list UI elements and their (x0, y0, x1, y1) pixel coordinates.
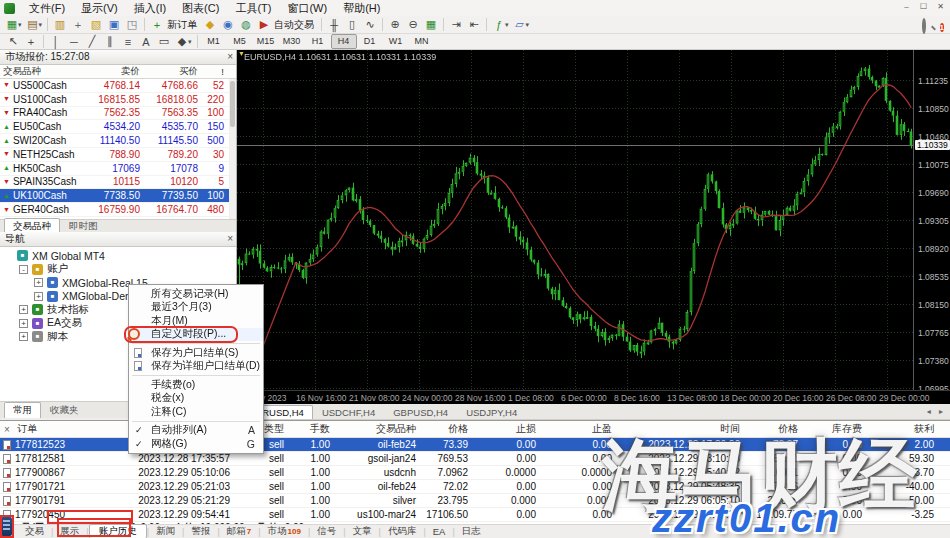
history-col-header[interactable]: 订单 (14, 422, 130, 436)
expand-icon[interactable]: + (34, 292, 43, 301)
autotrade-icon[interactable]: ▶ (255, 17, 273, 32)
tree-item[interactable]: ■XM Global MT4 (0, 249, 236, 263)
menu-item-2[interactable]: 插入(I) (126, 0, 174, 17)
expand-icon[interactable]: + (19, 319, 28, 328)
zoom-in-icon[interactable]: ⊕ (386, 17, 404, 32)
metaeditor-icon[interactable]: ◆ (201, 17, 219, 32)
chevron-down-icon[interactable]: ▾ (188, 38, 192, 46)
tab-市场[interactable]: 市场109 (261, 525, 308, 538)
market-watch-row[interactable]: ▼BCHUSD272.88275.11223 (0, 217, 236, 219)
fullscreen-icon[interactable]: ◍ (237, 17, 255, 32)
candlestick-icon[interactable]: ▯ (343, 17, 361, 32)
line-chart-icon[interactable]: ∿ (361, 17, 379, 32)
data-window-icon[interactable]: + (69, 17, 87, 32)
restore-icon[interactable]: ☐ (916, 1, 931, 13)
tab-代码库[interactable]: 代码库 (381, 525, 424, 538)
auto-scroll-icon[interactable]: ⇥ (447, 17, 465, 32)
chevron-down-icon[interactable]: ▾ (526, 21, 530, 29)
history-col-header[interactable]: 价格 (422, 422, 474, 436)
tab-常用[interactable]: 常用 (4, 402, 41, 418)
tab-交易[interactable]: 交易 (18, 525, 51, 538)
market-watch-icon[interactable]: ▥ (51, 17, 69, 32)
menu-item-0[interactable]: 文件(F) (21, 0, 73, 17)
timeframe-m30[interactable]: M30 (279, 34, 305, 49)
close-icon[interactable]: × (227, 50, 233, 64)
menu-item-1[interactable]: 显示(V) (73, 0, 126, 17)
history-col-header[interactable]: 止损 (474, 422, 542, 436)
expand-icon[interactable]: + (19, 305, 28, 314)
scrollbar[interactable] (229, 79, 236, 219)
navigator-icon[interactable]: ▧ (87, 17, 105, 32)
menu-item-4[interactable]: 工具(T) (227, 0, 279, 17)
text-icon[interactable]: A (137, 34, 155, 49)
market-watch-row[interactable]: ▼GER40Cash16759.9016764.70480 (0, 203, 236, 217)
cursor-icon[interactable]: ↖ (4, 34, 22, 49)
chevron-down-icon[interactable]: ▾ (18, 21, 22, 29)
autotrade-label[interactable]: 自动交易 (274, 18, 314, 32)
menu-item-3[interactable]: 图表(C) (174, 0, 227, 17)
menu-item-保存为详细户口结单D[interactable]: 保存为详细户口结单(D) (129, 360, 263, 374)
tree-item[interactable]: -■账户 (0, 263, 236, 277)
time-axis[interactable]: 9 Nov 202316 Nov 16:0021 Nov 08:0024 Nov… (237, 390, 950, 404)
horizontal-line-icon[interactable]: ─ (65, 34, 83, 49)
menu-item-5[interactable]: 窗口(W) (279, 0, 335, 17)
chart-area[interactable] (237, 50, 950, 390)
expand-icon[interactable]: + (34, 278, 43, 287)
tab-信号[interactable]: 信号 (310, 525, 343, 538)
market-watch-row[interactable]: ▼SPAIN35Cash10115101205 (0, 176, 236, 190)
timeframe-m5[interactable]: M5 (227, 34, 253, 49)
terminal-icon[interactable]: ▣ (105, 17, 123, 32)
price-axis[interactable]: 1.112351.108501.104601.100751.096901.093… (913, 50, 950, 390)
menu-item-网格G[interactable]: ✓网格(G)G (129, 437, 263, 451)
history-col-header[interactable]: 手数 (290, 422, 336, 436)
fibonacci-icon[interactable]: ≡ (119, 34, 137, 49)
new-order-label[interactable]: 新订单 (167, 18, 197, 32)
timeframe-mn[interactable]: MN (409, 34, 435, 49)
expand-icon[interactable]: + (19, 332, 28, 341)
price-chart-canvas[interactable] (237, 50, 913, 390)
menu-item-6[interactable]: 帮助(H) (335, 0, 388, 17)
menu-item-手续费o[interactable]: 手续费(o) (129, 378, 263, 392)
zoom-out-icon[interactable]: ⊖ (404, 17, 422, 32)
crosshair-icon[interactable]: + (22, 34, 40, 49)
notification-badge[interactable]: 1 (940, 20, 944, 34)
tile-windows-icon[interactable]: ▦ (422, 17, 440, 32)
tab-scroll-icons[interactable]: ◂ ▸ (927, 407, 946, 416)
tab-邮箱[interactable]: 邮箱7 (220, 525, 258, 538)
collapse-icon[interactable]: - (19, 265, 28, 274)
strategy-tester-icon[interactable]: ◳ (123, 17, 141, 32)
vertical-line-icon[interactable]: │ (47, 34, 65, 49)
bar-chart-icon[interactable]: ╫ (325, 17, 343, 32)
menu-item-所有交易记录H[interactable]: 所有交易记录(H) (129, 287, 263, 301)
chart-tab-usdchf[interactable]: USDCHF,H4 (313, 405, 384, 419)
menu-item-自动排列A[interactable]: ✓自动排列(A)A (129, 424, 263, 438)
timeframe-m15[interactable]: M15 (253, 34, 279, 49)
menu-item-税金x[interactable]: 税金(x) (129, 392, 263, 406)
channel-icon[interactable]: ∥ (101, 34, 119, 49)
chevron-down-icon[interactable]: ▾ (505, 21, 509, 29)
timeframe-d1[interactable]: D1 (357, 34, 383, 49)
market-watch-row[interactable]: ▲EU50Cash4534.204535.70150 (0, 120, 236, 134)
chart-shift-icon[interactable]: ⇤ (465, 17, 483, 32)
timeframe-w1[interactable]: W1 (383, 34, 409, 49)
tab-新闻[interactable]: 新闻 (149, 525, 182, 538)
market-watch-row[interactable]: ▲SWI20Cash11140.5011145.50500 (0, 134, 236, 148)
tab-日志[interactable]: 日志 (455, 525, 488, 538)
tab-收藏夹[interactable]: 收藏夹 (41, 402, 88, 418)
new-order-icon[interactable]: + (148, 17, 166, 32)
menu-item-保存为户口结单S[interactable]: 保存为户口结单(S) (129, 346, 263, 360)
timeframe-h1[interactable]: H1 (305, 34, 331, 49)
timeframe-m1[interactable]: M1 (201, 34, 227, 49)
market-watch-row[interactable]: ▼US500Cash4768.144768.6652 (0, 79, 236, 93)
timeframe-h4[interactable]: H4 (331, 34, 357, 49)
menu-item-最近3个月3[interactable]: 最近3个月(3) (129, 301, 263, 315)
market-watch-row[interactable]: ▲UK100Cash7738.507739.50100 (0, 189, 236, 203)
close-icon[interactable]: ✕ (933, 1, 948, 13)
market-watch-row[interactable]: ▲HK50Cash17069170789 (0, 162, 236, 176)
search-icon[interactable] (922, 20, 926, 32)
tab-文章[interactable]: 文章 (346, 525, 379, 538)
tab-EA[interactable]: EA (426, 526, 453, 537)
menu-item-注释C[interactable]: 注释(C) (129, 405, 263, 419)
market-watch-row[interactable]: ▼NETH25Cash788.90789.2030 (0, 148, 236, 162)
close-icon[interactable]: × (227, 232, 233, 246)
